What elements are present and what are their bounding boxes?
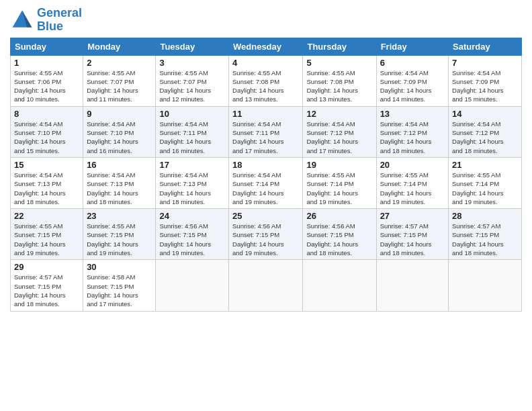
calendar-cell: 11Sunrise: 4:54 AM Sunset: 7:11 PM Dayli… [229,106,303,157]
calendar-week-row: 22Sunrise: 4:55 AM Sunset: 7:15 PM Dayli… [11,209,522,260]
calendar-cell: 1Sunrise: 4:55 AM Sunset: 7:06 PM Daylig… [11,55,83,106]
day-of-week-header: Tuesday [156,38,229,55]
day-of-week-header: Saturday [449,38,522,55]
day-number: 8 [14,109,79,119]
calendar-table: SundayMondayTuesdayWednesdayThursdayFrid… [10,38,522,312]
day-info: Sunrise: 4:55 AM Sunset: 7:08 PM Dayligh… [306,68,372,104]
calendar-week-row: 29Sunrise: 4:57 AM Sunset: 7:15 PM Dayli… [11,260,522,311]
calendar-cell: 8Sunrise: 4:54 AM Sunset: 7:10 PM Daylig… [11,106,83,157]
day-number: 28 [452,211,518,221]
calendar-cell: 18Sunrise: 4:54 AM Sunset: 7:14 PM Dayli… [229,157,303,208]
day-number: 5 [306,58,372,68]
day-info: Sunrise: 4:55 AM Sunset: 7:15 PM Dayligh… [14,222,79,257]
calendar-cell: 3Sunrise: 4:55 AM Sunset: 7:07 PM Daylig… [156,55,229,106]
day-number: 3 [159,58,225,68]
calendar-cell: 26Sunrise: 4:56 AM Sunset: 7:15 PM Dayli… [303,209,376,260]
calendar-header-row: SundayMondayTuesdayWednesdayThursdayFrid… [11,38,522,55]
calendar-cell: 22Sunrise: 4:55 AM Sunset: 7:15 PM Dayli… [11,209,83,260]
calendar-cell: 20Sunrise: 4:55 AM Sunset: 7:14 PM Dayli… [376,157,448,208]
day-number: 24 [159,211,225,221]
calendar-cell: 2Sunrise: 4:55 AM Sunset: 7:07 PM Daylig… [83,55,156,106]
calendar-cell: 21Sunrise: 4:55 AM Sunset: 7:14 PM Dayli… [449,157,522,208]
day-number: 13 [380,109,445,119]
logo-text: General Blue [37,7,82,34]
day-number: 12 [306,109,372,119]
day-of-week-header: Thursday [303,38,376,55]
calendar-cell: 25Sunrise: 4:56 AM Sunset: 7:15 PM Dayli… [229,209,303,260]
calendar-cell: 23Sunrise: 4:55 AM Sunset: 7:15 PM Dayli… [83,209,156,260]
day-of-week-header: Wednesday [229,38,303,55]
day-info: Sunrise: 4:57 AM Sunset: 7:15 PM Dayligh… [14,273,79,308]
calendar-cell: 28Sunrise: 4:57 AM Sunset: 7:15 PM Dayli… [449,209,522,260]
day-number: 7 [452,58,518,68]
calendar-week-row: 1Sunrise: 4:55 AM Sunset: 7:06 PM Daylig… [11,55,522,106]
day-number: 30 [87,262,152,272]
calendar-cell: 30Sunrise: 4:58 AM Sunset: 7:15 PM Dayli… [83,260,156,311]
calendar-cell: 17Sunrise: 4:54 AM Sunset: 7:13 PM Dayli… [156,157,229,208]
day-number: 9 [87,109,152,119]
day-info: Sunrise: 4:55 AM Sunset: 7:08 PM Dayligh… [232,68,299,104]
day-info: Sunrise: 4:54 AM Sunset: 7:11 PM Dayligh… [232,120,299,155]
day-number: 27 [380,211,445,221]
calendar-week-row: 15Sunrise: 4:54 AM Sunset: 7:13 PM Dayli… [11,157,522,208]
logo: General Blue [10,7,82,34]
day-info: Sunrise: 4:58 AM Sunset: 7:15 PM Dayligh… [87,273,152,308]
day-info: Sunrise: 4:54 AM Sunset: 7:10 PM Dayligh… [87,120,152,155]
day-info: Sunrise: 4:55 AM Sunset: 7:07 PM Dayligh… [159,68,225,104]
calendar-cell [376,260,448,311]
day-number: 14 [452,109,518,119]
day-number: 15 [14,160,79,170]
day-number: 21 [452,160,518,170]
day-of-week-header: Monday [83,38,156,55]
calendar-cell: 27Sunrise: 4:57 AM Sunset: 7:15 PM Dayli… [376,209,448,260]
calendar-cell [229,260,303,311]
header: General Blue [10,7,522,34]
day-number: 23 [87,211,152,221]
calendar-cell: 15Sunrise: 4:54 AM Sunset: 7:13 PM Dayli… [11,157,83,208]
day-info: Sunrise: 4:54 AM Sunset: 7:09 PM Dayligh… [452,68,518,104]
calendar-cell: 9Sunrise: 4:54 AM Sunset: 7:10 PM Daylig… [83,106,156,157]
day-info: Sunrise: 4:57 AM Sunset: 7:15 PM Dayligh… [380,222,445,257]
day-number: 29 [14,262,79,272]
day-number: 6 [380,58,445,68]
day-info: Sunrise: 4:55 AM Sunset: 7:14 PM Dayligh… [380,171,445,206]
day-number: 17 [159,160,225,170]
calendar-cell: 6Sunrise: 4:54 AM Sunset: 7:09 PM Daylig… [376,55,448,106]
day-number: 26 [306,211,372,221]
calendar-body: 1Sunrise: 4:55 AM Sunset: 7:06 PM Daylig… [11,55,522,311]
calendar-cell: 16Sunrise: 4:54 AM Sunset: 7:13 PM Dayli… [83,157,156,208]
day-number: 19 [306,160,372,170]
calendar-cell: 14Sunrise: 4:54 AM Sunset: 7:12 PM Dayli… [449,106,522,157]
calendar-cell: 10Sunrise: 4:54 AM Sunset: 7:11 PM Dayli… [156,106,229,157]
day-info: Sunrise: 4:55 AM Sunset: 7:07 PM Dayligh… [87,68,152,104]
calendar-cell [303,260,376,311]
calendar-week-row: 8Sunrise: 4:54 AM Sunset: 7:10 PM Daylig… [11,106,522,157]
day-info: Sunrise: 4:55 AM Sunset: 7:14 PM Dayligh… [452,171,518,206]
day-info: Sunrise: 4:54 AM Sunset: 7:12 PM Dayligh… [380,120,445,155]
page: General Blue SundayMondayTuesdayWednesda… [0,0,532,411]
day-info: Sunrise: 4:54 AM Sunset: 7:13 PM Dayligh… [87,171,152,206]
day-info: Sunrise: 4:54 AM Sunset: 7:11 PM Dayligh… [159,120,225,155]
day-info: Sunrise: 4:54 AM Sunset: 7:14 PM Dayligh… [232,171,299,206]
day-number: 10 [159,109,225,119]
day-info: Sunrise: 4:54 AM Sunset: 7:09 PM Dayligh… [380,68,445,104]
calendar-cell: 29Sunrise: 4:57 AM Sunset: 7:15 PM Dayli… [11,260,83,311]
day-info: Sunrise: 4:56 AM Sunset: 7:15 PM Dayligh… [306,222,372,257]
day-info: Sunrise: 4:54 AM Sunset: 7:10 PM Dayligh… [14,120,79,155]
logo-icon [10,8,34,32]
calendar-cell [156,260,229,311]
calendar-cell [449,260,522,311]
calendar-cell: 13Sunrise: 4:54 AM Sunset: 7:12 PM Dayli… [376,106,448,157]
day-info: Sunrise: 4:55 AM Sunset: 7:15 PM Dayligh… [87,222,152,257]
calendar-cell: 12Sunrise: 4:54 AM Sunset: 7:12 PM Dayli… [303,106,376,157]
day-info: Sunrise: 4:54 AM Sunset: 7:13 PM Dayligh… [159,171,225,206]
day-number: 11 [232,109,299,119]
day-number: 2 [87,58,152,68]
day-number: 16 [87,160,152,170]
day-info: Sunrise: 4:54 AM Sunset: 7:13 PM Dayligh… [14,171,79,206]
day-info: Sunrise: 4:57 AM Sunset: 7:15 PM Dayligh… [452,222,518,257]
day-info: Sunrise: 4:56 AM Sunset: 7:15 PM Dayligh… [159,222,225,257]
day-number: 25 [232,211,299,221]
day-info: Sunrise: 4:56 AM Sunset: 7:15 PM Dayligh… [232,222,299,257]
day-number: 4 [232,58,299,68]
